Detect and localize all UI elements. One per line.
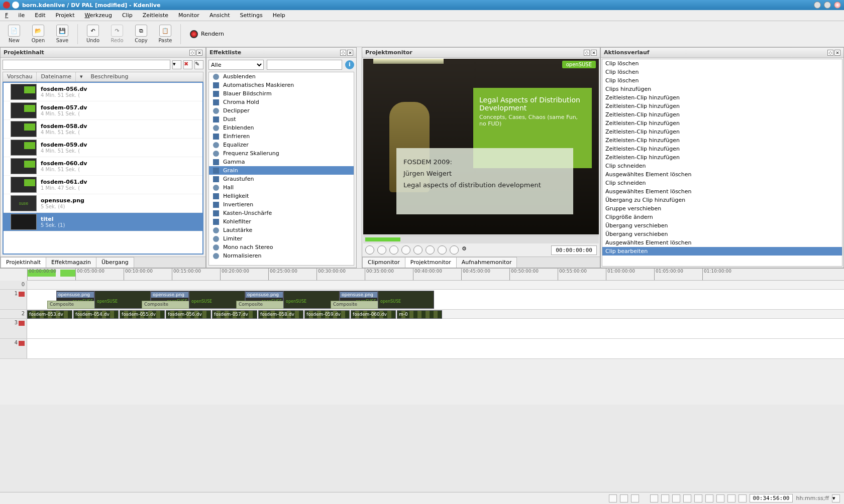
timeline-clip[interactable]: fosdem-056.dv <box>166 310 211 319</box>
bin-row[interactable]: fosdem-060.dv4 Min. 51 Sek. ( <box>4 157 202 176</box>
window-maximize[interactable] <box>824 2 831 9</box>
history-row[interactable]: Gruppe verschieben <box>602 204 842 213</box>
status-menu-icon[interactable]: ▾ <box>832 494 840 502</box>
history-list[interactable]: Clip löschenClip löschenClip löschenClip… <box>602 59 842 267</box>
effect-row[interactable]: Ausblenden <box>209 72 354 81</box>
mon-config[interactable]: ⚙ <box>462 245 471 255</box>
mon-rewind-start[interactable] <box>365 245 374 255</box>
effect-row[interactable]: Lautstärke <box>209 226 354 234</box>
effect-row[interactable]: Mono nach Stereo <box>209 243 354 251</box>
tool-razor-icon[interactable] <box>620 494 628 502</box>
history-row[interactable]: Clip bearbeiten <box>602 247 842 256</box>
monitor-ruler[interactable] <box>363 235 599 243</box>
tab-effektmagazin[interactable]: Effektmagazin <box>46 257 96 268</box>
add-clip-icon[interactable]: ▾ <box>172 60 181 69</box>
timeline-clip[interactable]: fosdem-060.dv <box>351 310 396 319</box>
track-header[interactable]: 1 <box>0 290 27 309</box>
menu-project[interactable]: Projekt <box>51 12 80 19</box>
timeline-clip[interactable]: fosdem-055.dv <box>120 310 165 319</box>
zoom-fit-icon[interactable] <box>705 494 713 502</box>
menu-help[interactable]: Help <box>268 12 290 19</box>
timeline-clip[interactable]: openSUSE <box>378 291 434 309</box>
track-lane[interactable]: fosdem-053.dvfosdem-054.dvfosdem-055.dvf… <box>27 310 844 318</box>
monitor-viewport[interactable]: Legal Aspects of Distribution Developmen… <box>363 59 599 234</box>
effect-row[interactable]: Gamma <box>209 158 354 166</box>
bin-row[interactable]: fosdem-058.dv4 Min. 51 Sek. ( <box>4 120 202 139</box>
menu-settings[interactable]: Settings <box>235 12 268 19</box>
hist-close[interactable]: × <box>834 50 840 56</box>
tab-projektmonitor[interactable]: Projektmonitor <box>405 257 457 268</box>
open-button[interactable]: 📂Open <box>27 23 49 46</box>
effect-row[interactable]: Limiter <box>209 234 354 243</box>
bin-row[interactable]: fosdem-061.dv1 Min. 47 Sek. ( <box>4 176 202 194</box>
track-header[interactable]: 3 <box>0 319 27 338</box>
mon-close[interactable]: × <box>591 50 597 56</box>
timeline-clip[interactable]: fosdem-053.dv <box>27 310 72 319</box>
timeline-tracks[interactable]: 01opensuse.pngopenSUSECompositeopenSUSEo… <box>0 281 844 405</box>
window-minimize[interactable] <box>814 2 821 9</box>
history-row[interactable]: Ausgewähltes Element löschen <box>602 187 842 196</box>
mon-forward-end[interactable] <box>450 245 459 255</box>
effect-row[interactable]: Declipper <box>209 106 354 115</box>
timeline-track[interactable]: 4 <box>0 339 844 359</box>
menu-clip[interactable]: Clip <box>117 12 138 19</box>
hist-float[interactable]: ◇ <box>827 50 833 56</box>
timeline-clip[interactable]: m-0 <box>397 310 442 319</box>
timeline-track[interactable]: 2fosdem-053.dvfosdem-054.dvfosdem-055.dv… <box>0 310 844 319</box>
track-header[interactable]: 4 <box>0 339 27 358</box>
timeline-transition[interactable]: Composite <box>331 301 379 309</box>
timeline-transition[interactable]: Composite <box>142 301 190 309</box>
bin-float[interactable]: ◇ <box>189 50 195 56</box>
bin-search-input[interactable] <box>3 60 170 70</box>
menu-edit[interactable]: Edit <box>30 12 50 19</box>
history-row[interactable]: Zeitleisten-Clip hinzufügen <box>602 145 842 153</box>
effect-row[interactable]: Equalizer <box>209 141 354 149</box>
effect-row[interactable]: Helligkeit <box>209 192 354 200</box>
monitor-timecode[interactable]: 00:00:00:00 <box>551 245 597 255</box>
effect-row[interactable]: Frequenz Skalierung <box>209 149 354 158</box>
bin-row[interactable]: fosdem-057.dv4 Min. 51 Sek. ( <box>4 101 202 120</box>
mute-icon[interactable] <box>19 321 25 326</box>
effect-row[interactable]: Automatisches Maskieren <box>209 81 354 89</box>
history-row[interactable]: Clips hinzufügen <box>602 85 842 93</box>
bin-row[interactable]: opensuse.png5 Sek. (4) <box>4 194 202 213</box>
mute-icon[interactable] <box>19 341 25 346</box>
effect-row[interactable]: Blauer Bildschirm <box>209 89 354 98</box>
track-lane[interactable] <box>27 281 844 289</box>
track-header[interactable]: 2 <box>0 310 27 318</box>
mon-prev-frame[interactable] <box>389 245 398 255</box>
bin-row[interactable]: fosdem-059.dv4 Min. 51 Sek. ( <box>4 139 202 157</box>
timeline-clip[interactable]: fosdem-054.dv <box>73 310 119 319</box>
timeline-track[interactable]: 3 <box>0 319 844 339</box>
effect-row[interactable]: Invertieren <box>209 200 354 209</box>
fx-filter-select[interactable]: Alle <box>208 60 264 70</box>
fx-search-input[interactable] <box>267 60 342 70</box>
timeline-clip[interactable]: fosdem-059.dv <box>304 310 350 319</box>
auto-transition-icon[interactable] <box>694 494 702 502</box>
delete-clip-icon[interactable]: ✖ <box>183 60 192 69</box>
mon-next-key[interactable] <box>426 245 435 255</box>
tab-uebergang[interactable]: Übergang <box>96 257 134 268</box>
history-row[interactable]: Zeitleisten-Clip hinzufügen <box>602 110 842 119</box>
undo-button[interactable]: ↶Undo <box>82 23 104 46</box>
menu-monitor[interactable]: Monitor <box>173 12 204 19</box>
fx-close[interactable]: × <box>347 50 353 56</box>
history-row[interactable]: Zeitleisten-Clip hinzufügen <box>602 102 842 110</box>
save-button[interactable]: 💾Save <box>51 23 73 46</box>
history-row[interactable]: Ausgewähltes Element löschen <box>602 170 842 179</box>
edit-clip-icon[interactable]: ✎ <box>194 60 203 69</box>
effect-row[interactable]: Hall <box>209 183 354 192</box>
mon-play[interactable] <box>413 245 423 255</box>
timeline-transition[interactable]: Composite <box>236 301 284 309</box>
effect-row[interactable]: Einfrieren <box>209 132 354 141</box>
tab-projektinhalt[interactable]: Projektinhalt <box>1 257 46 268</box>
track-lane[interactable]: opensuse.pngopenSUSECompositeopenSUSEope… <box>27 290 844 309</box>
tab-aufnahmemonitor[interactable]: Aufnahmemonitor <box>456 257 517 268</box>
history-row[interactable]: Übergang verschieben <box>602 230 842 238</box>
history-row[interactable]: Ausgewähltes Element löschen <box>602 238 842 247</box>
history-row[interactable]: Zeitleisten-Clip hinzufügen <box>602 128 842 136</box>
tab-clipmonitor[interactable]: Clipmonitor <box>362 257 405 268</box>
timeline-clip[interactable]: fosdem-058.dv <box>258 310 303 319</box>
zoom-out-icon[interactable] <box>727 494 735 502</box>
mon-rewind[interactable] <box>377 245 386 255</box>
